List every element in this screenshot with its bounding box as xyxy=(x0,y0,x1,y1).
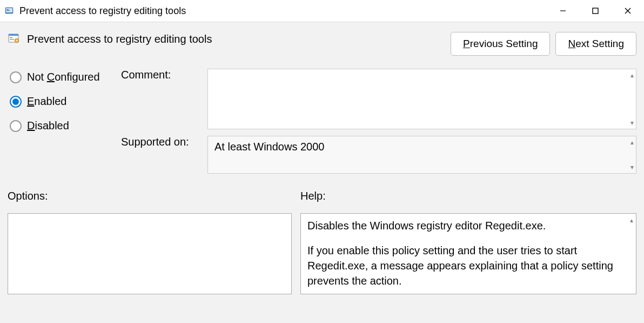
help-column: Help: Disables the Windows registry edit… xyxy=(300,190,636,294)
options-column: Options: xyxy=(8,190,292,294)
window-title: Prevent access to registry editing tools xyxy=(19,5,547,17)
radio-label: Disabled xyxy=(27,120,69,132)
header-row: Prevent access to registry editing tools… xyxy=(8,32,636,56)
radio-label: Not Configured xyxy=(27,71,100,83)
svg-rect-2 xyxy=(6,9,9,10)
previous-setting-button[interactable]: Previous Setting xyxy=(451,32,550,56)
policy-icon xyxy=(8,32,21,45)
bottom-section: Options: Help: Disables the Windows regi… xyxy=(8,190,636,294)
scroll-down-icon[interactable]: ▾ xyxy=(630,163,634,171)
supported-textbox: At least Windows 2000 ▴ ▾ xyxy=(207,136,636,174)
close-button[interactable] xyxy=(612,0,644,22)
help-paragraph: Disables the Windows registry editor Reg… xyxy=(307,218,629,233)
comment-row: Comment: ▴ ▾ xyxy=(121,69,636,129)
radio-disabled[interactable]: Disabled xyxy=(10,120,121,132)
help-wrapper: Disables the Windows registry editor Reg… xyxy=(300,213,636,294)
titlebar: Prevent access to registry editing tools xyxy=(0,0,644,22)
radio-icon xyxy=(10,120,22,132)
main-section: Not Configured Enabled Disabled Comment:… xyxy=(8,69,636,180)
minimize-button[interactable] xyxy=(547,0,579,22)
options-label: Options: xyxy=(8,190,292,202)
content-area: Prevent access to registry editing tools… xyxy=(0,22,644,323)
help-label: Help: xyxy=(300,190,636,202)
maximize-button[interactable] xyxy=(579,0,612,22)
supported-value: At least Windows 2000 xyxy=(214,141,324,153)
svg-rect-3 xyxy=(6,10,10,11)
supported-label: Supported on: xyxy=(121,136,207,148)
next-setting-button[interactable]: Next Setting xyxy=(555,32,636,56)
svg-rect-5 xyxy=(593,8,598,14)
scroll-up-icon[interactable]: ▴ xyxy=(630,139,634,146)
radio-icon xyxy=(10,71,22,83)
radio-enabled[interactable]: Enabled xyxy=(10,95,121,108)
policy-title: Prevent access to registry editing tools xyxy=(27,32,440,45)
svg-rect-11 xyxy=(10,39,14,39)
radio-group: Not Configured Enabled Disabled xyxy=(8,69,121,144)
fields-column: Comment: ▴ ▾ Supported on: At least Wind… xyxy=(121,69,636,180)
window-controls xyxy=(547,0,644,22)
svg-rect-9 xyxy=(9,34,18,36)
radio-not-configured[interactable]: Not Configured xyxy=(10,71,121,83)
scroll-up-icon[interactable]: ▴ xyxy=(630,216,633,224)
svg-rect-10 xyxy=(10,37,12,38)
options-panel[interactable] xyxy=(8,213,292,294)
nav-buttons: Previous Setting Next Setting xyxy=(451,32,636,56)
help-paragraph: If you enable this policy setting and th… xyxy=(307,243,629,288)
scroll-up-icon[interactable]: ▴ xyxy=(630,71,634,79)
comment-label: Comment: xyxy=(121,69,207,81)
comment-textbox[interactable]: ▴ ▾ xyxy=(207,69,636,129)
app-icon xyxy=(4,5,15,16)
comment-input[interactable] xyxy=(208,69,636,129)
radio-label: Enabled xyxy=(27,95,66,108)
supported-row: Supported on: At least Windows 2000 ▴ ▾ xyxy=(121,136,636,174)
help-panel[interactable]: Disables the Windows registry editor Reg… xyxy=(300,213,636,294)
scroll-down-icon[interactable]: ▾ xyxy=(630,119,634,127)
radio-icon-selected xyxy=(10,96,22,108)
